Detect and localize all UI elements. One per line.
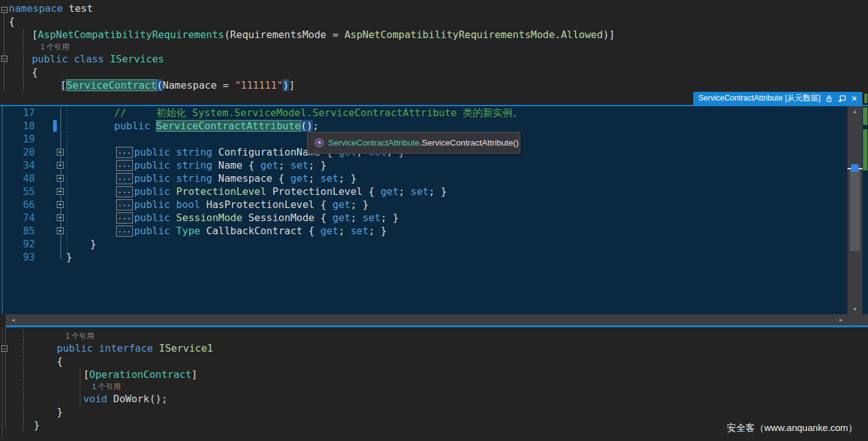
watermark: 安全客（www.anquanke.com） bbox=[727, 422, 857, 434]
scroll-up-arrow[interactable]: ▲ bbox=[847, 107, 862, 116]
code-line[interactable]: 17// 初始化 System.ServiceModel.ServiceCont… bbox=[0, 106, 868, 119]
code-line[interactable]: { bbox=[0, 15, 868, 28]
scroll-annotation bbox=[864, 94, 867, 103]
code-line[interactable]: public class IServices bbox=[0, 52, 868, 66]
code-line[interactable]: } bbox=[0, 405, 868, 419]
code-line[interactable]: namespace test bbox=[0, 2, 868, 15]
code-line[interactable]: 55+...public ProtectionLevel ProtectionL… bbox=[0, 185, 868, 198]
code-line[interactable]: 48+...public string Namespace { get; set… bbox=[0, 172, 868, 185]
line-number: 74 bbox=[0, 211, 35, 224]
code-line[interactable]: 85+...public Type CallbackContract { get… bbox=[0, 224, 868, 237]
code-line[interactable]: void DoWork(); bbox=[0, 392, 868, 405]
line-number: 34 bbox=[0, 159, 35, 172]
codelens-references[interactable]: 1 个引用 bbox=[0, 41, 868, 52]
code-line[interactable]: 34+...public string Name { get; set; } bbox=[0, 159, 868, 172]
line-number: 93 bbox=[0, 250, 35, 264]
scrollbar-thumb[interactable] bbox=[850, 167, 860, 251]
scroll-right-arrow[interactable]: ▶ bbox=[836, 314, 847, 325]
expand-region-button[interactable]: + bbox=[57, 149, 64, 156]
close-icon[interactable]: ✕ bbox=[851, 95, 857, 102]
code-line[interactable]: public interface IService1 bbox=[0, 342, 868, 355]
expand-region-button[interactable]: + bbox=[57, 162, 64, 169]
codelens-references[interactable]: 1 个引用 bbox=[0, 381, 868, 392]
line-number: 55 bbox=[0, 185, 35, 198]
scroll-annotation bbox=[863, 129, 867, 171]
collapse-region-button[interactable]: − bbox=[1, 56, 7, 62]
metadata-lock-icon[interactable] bbox=[826, 95, 832, 102]
peek-tab-title: ServiceContractAttribute [从元数据] bbox=[698, 93, 821, 104]
code-line[interactable]: [OperationContract] bbox=[0, 368, 868, 381]
expand-region-button[interactable]: + bbox=[57, 227, 64, 234]
line-number: 17 bbox=[0, 106, 35, 119]
peek-horizontal-scrollbar[interactable]: ◀ ▶ bbox=[6, 314, 868, 325]
line-number: 19 bbox=[0, 132, 35, 146]
code-line[interactable]: [ServiceContract(Namespace = "111111")] bbox=[0, 79, 868, 92]
expand-region-button[interactable]: + bbox=[57, 201, 64, 208]
codelens-references[interactable]: 1 个引用 bbox=[0, 330, 868, 342]
line-number: 66 bbox=[0, 198, 35, 211]
caret-line-marker bbox=[53, 120, 57, 132]
peek-definition-window: ServiceContractAttribute [从元数据] ✕ 17// 初… bbox=[0, 92, 868, 327]
expand-region-button[interactable]: + bbox=[57, 175, 64, 182]
code-line[interactable]: 66+...public bool HasProtectionLevel { g… bbox=[0, 198, 868, 211]
code-line[interactable]: 93} bbox=[0, 250, 868, 264]
line-number: 85 bbox=[0, 224, 35, 237]
line-number: 48 bbox=[0, 172, 35, 185]
code-line[interactable]: { bbox=[0, 66, 868, 79]
tooltip-class-name: ServiceContractAttribute bbox=[328, 138, 419, 147]
expand-region-button[interactable]: + bbox=[57, 188, 64, 195]
editor-top-section: − − namespace test{[AspNetCompatibilityR… bbox=[0, 0, 868, 92]
peek-vertical-scrollbar[interactable]: ▲ ▼ bbox=[847, 106, 862, 314]
code-line[interactable]: [AspNetCompatibilityRequirements(Require… bbox=[0, 28, 868, 41]
tooltip-member-name: .ServiceContractAttribute() bbox=[419, 138, 519, 147]
code-line[interactable]: 74+...public SessionMode SessionMode { g… bbox=[0, 211, 868, 224]
code-line[interactable]: { bbox=[0, 355, 868, 368]
code-line[interactable]: 92} bbox=[0, 237, 868, 250]
line-number: 92 bbox=[0, 237, 35, 250]
caret-position-marker bbox=[851, 164, 859, 172]
visual-studio-editor: − − namespace test{[AspNetCompatibilityR… bbox=[0, 0, 868, 441]
scroll-left-arrow[interactable]: ◀ bbox=[7, 314, 19, 325]
expand-region-button[interactable]: + bbox=[57, 214, 64, 221]
scroll-annotation bbox=[863, 107, 867, 125]
scroll-down-arrow[interactable]: ▼ bbox=[847, 305, 862, 314]
promote-to-document-icon[interactable] bbox=[837, 95, 846, 102]
line-number: 18 bbox=[0, 119, 35, 132]
peek-tab[interactable]: ServiceContractAttribute [从元数据] ✕ bbox=[693, 92, 862, 105]
signature-tooltip: ServiceContractAttribute.ServiceContract… bbox=[307, 132, 520, 154]
collapse-region-button[interactable]: − bbox=[1, 7, 7, 13]
line-number: 20 bbox=[0, 146, 35, 159]
collapse-region-button[interactable]: − bbox=[1, 345, 7, 352]
method-icon bbox=[315, 138, 324, 147]
code-line[interactable]: 18public ServiceContractAttribute(); bbox=[0, 119, 868, 132]
